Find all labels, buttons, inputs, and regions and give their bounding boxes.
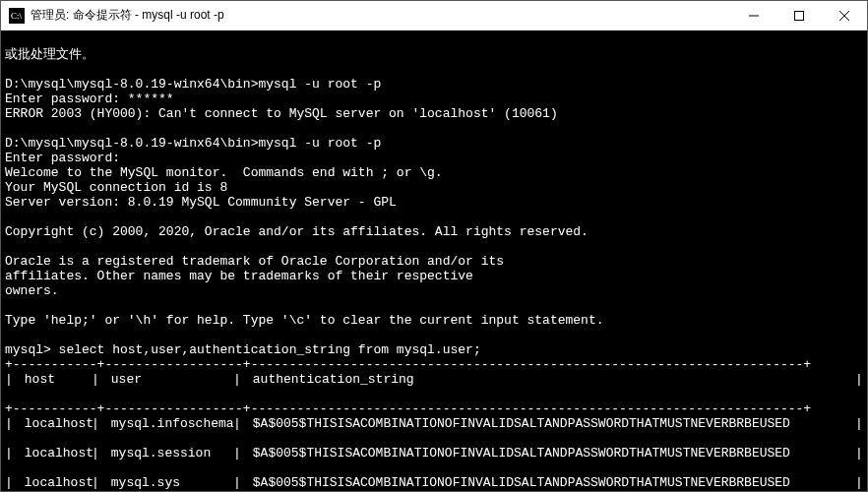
titlebar[interactable]: C:\ 管理员: 命令提示符 - mysql -u root -p bbox=[1, 1, 867, 31]
close-button[interactable] bbox=[822, 1, 867, 30]
query-line: mysql> select host,user,authentication_s… bbox=[5, 342, 481, 357]
output-line: Copyright (c) 2000, 2020, Oracle and/or … bbox=[5, 224, 589, 239]
table-row: | localhost| mysql.session| $A$005$THISI… bbox=[5, 446, 863, 461]
output-line: Enter password: ****** bbox=[5, 92, 174, 106]
output-line: 或批处理文件。 bbox=[5, 47, 94, 62]
output-line: Welcome to the MySQL monitor. Commands e… bbox=[5, 165, 443, 180]
output-line: D:\mysql\mysql-8.0.19-winx64\bin>mysql -… bbox=[5, 136, 381, 151]
col-auth: authentication_string bbox=[241, 372, 855, 387]
output-line: ERROR 2003 (HY000): Can't connect to MyS… bbox=[5, 106, 558, 121]
output-line: D:\mysql\mysql-8.0.19-winx64\bin>mysql -… bbox=[5, 77, 381, 92]
table-row: | localhost| mysql.infoschema| $A$005$TH… bbox=[5, 416, 863, 431]
table-separator: +-----------+------------------+--------… bbox=[5, 357, 811, 372]
terminal-output[interactable]: 或批处理文件。 D:\mysql\mysql-8.0.19-winx64\bin… bbox=[1, 31, 867, 491]
svg-text:C:\: C:\ bbox=[11, 11, 23, 21]
cmd-icon: C:\ bbox=[9, 8, 25, 24]
output-line: Oracle is a registered trademark of Orac… bbox=[5, 254, 504, 269]
output-line: Your MySQL connection id is 8 bbox=[5, 180, 227, 195]
maximize-button[interactable] bbox=[776, 1, 822, 30]
col-host: host bbox=[13, 372, 92, 387]
table-row: | localhost| mysql.sys| $A$005$THISISACO… bbox=[5, 475, 863, 490]
col-user: user bbox=[99, 372, 233, 387]
table-separator: +-----------+------------------+--------… bbox=[5, 401, 811, 416]
output-line: affiliates. Other names may be trademark… bbox=[5, 269, 473, 283]
minimize-button[interactable] bbox=[731, 1, 776, 30]
output-line: owners. bbox=[5, 283, 59, 298]
table-header-row: | host| user| authentication_string| bbox=[5, 372, 863, 387]
output-line: Enter password: bbox=[5, 151, 120, 165]
window-controls bbox=[731, 1, 867, 30]
output-line: Server version: 8.0.19 MySQL Community S… bbox=[5, 195, 397, 210]
svg-rect-3 bbox=[795, 11, 804, 20]
window-title: 管理员: 命令提示符 - mysql -u root -p bbox=[31, 7, 731, 24]
output-line: Type 'help;' or '\h' for help. Type '\c'… bbox=[5, 313, 604, 328]
